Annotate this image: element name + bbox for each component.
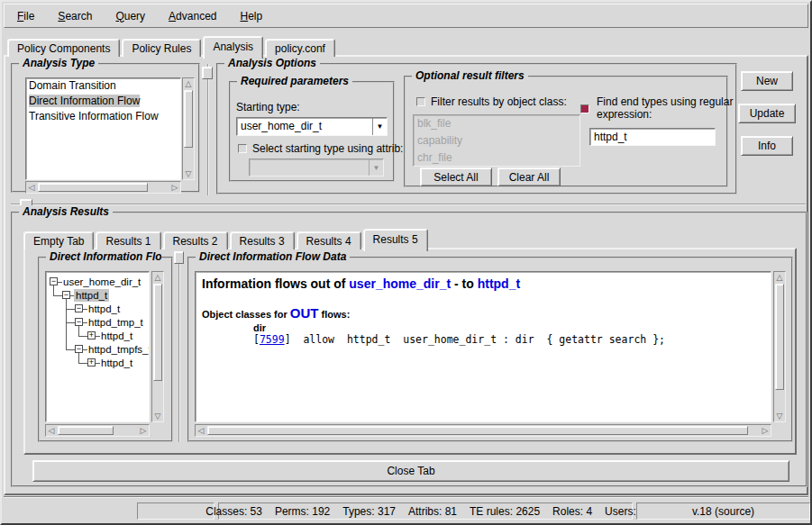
tree-node[interactable]: − user_home_dir_t — [46, 276, 149, 289]
tree-node[interactable]: + httpd_t — [46, 357, 149, 370]
scroll-up-icon[interactable]: △ — [152, 272, 163, 283]
attrib-combobox: ▼ — [249, 158, 384, 177]
list-item[interactable]: Direct Information Flow — [26, 94, 180, 109]
tab-results-1[interactable]: Results 1 — [96, 231, 160, 249]
starting-type-combobox[interactable]: user_home_dir_t ▼ — [236, 117, 388, 136]
starting-type-label: Starting type: — [236, 101, 300, 113]
data-hscrollbar[interactable]: ◁ ▷ — [195, 424, 771, 437]
tree-node[interactable]: − httpd_t — [46, 303, 149, 316]
tree-collapse-icon[interactable]: − — [62, 291, 70, 299]
tree-node[interactable]: − httpd_tmpfs_t — [46, 343, 149, 357]
flow-data-frame: Direct Information Flow Data Information… — [187, 257, 793, 442]
tree-expand-icon[interactable]: + — [87, 358, 96, 367]
tab-analysis[interactable]: Analysis — [203, 36, 263, 59]
tree-collapse-icon[interactable]: − — [75, 318, 83, 326]
menu-bar: File Search Query Advanced Help — [4, 4, 808, 28]
analysis-type-hscrollbar[interactable]: ◁ ▷ — [25, 181, 181, 194]
source-type: user_home_dir_t — [349, 276, 451, 291]
list-item[interactable]: Transitive Information Flow — [26, 109, 180, 124]
scroll-left-icon[interactable]: ◁ — [26, 182, 37, 193]
analysis-options-title: Analysis Options — [224, 57, 320, 69]
select-all-button[interactable]: Select All — [420, 167, 492, 186]
dropdown-arrow-icon: ▼ — [369, 159, 383, 176]
menu-file[interactable]: File — [12, 8, 40, 24]
tree-collapse-icon[interactable]: − — [75, 304, 83, 312]
list-item: blk_file — [414, 115, 579, 132]
flow-data-text[interactable]: Information flows out of user_home_dir_t… — [195, 271, 771, 422]
tree-vscrollbar[interactable]: △ ▽ — [151, 271, 164, 422]
analysis-options-frame: Analysis Options Required parameters Sta… — [216, 63, 737, 195]
object-class-name: dir — [253, 322, 764, 333]
status-cell-empty — [137, 502, 214, 520]
stat-classes: Classes: 53 — [205, 505, 262, 518]
menu-help[interactable]: Help — [234, 8, 268, 24]
info-button[interactable]: Info — [741, 136, 793, 156]
scroll-right-icon[interactable]: ▷ — [760, 425, 771, 436]
tab-results-2[interactable]: Results 2 — [163, 231, 228, 249]
horizontal-sash-line — [11, 204, 806, 205]
dropdown-arrow-icon[interactable]: ▼ — [372, 118, 387, 135]
tab-results-3[interactable]: Results 3 — [230, 231, 295, 249]
analysis-type-frame: Analysis Type Domain Transition Direct I… — [11, 63, 200, 193]
tree-node[interactable]: + httpd_t — [46, 330, 149, 343]
analysis-results-frame: Analysis Results Empty Tab Results 1 Res… — [11, 212, 807, 487]
rule-number-link[interactable]: 7599 — [260, 333, 285, 346]
scrollbar-thumb[interactable] — [775, 284, 784, 390]
status-bar: Classes: 53 Perms: 192 Types: 317 Attrib… — [4, 497, 808, 523]
scroll-right-icon[interactable]: ▷ — [138, 425, 149, 436]
new-button[interactable]: New — [741, 71, 793, 91]
menu-search[interactable]: Search — [52, 8, 97, 24]
scrollbar-thumb[interactable] — [207, 426, 748, 435]
filter-object-class-checkbox[interactable] — [416, 97, 425, 106]
menu-query[interactable]: Query — [110, 8, 151, 24]
scroll-up-icon[interactable]: △ — [183, 78, 194, 89]
tree-expand-icon[interactable]: + — [87, 331, 96, 339]
vertical-sash-handle[interactable] — [202, 67, 213, 79]
results-sash-handle[interactable] — [174, 251, 184, 264]
tab-results-5[interactable]: Results 5 — [363, 229, 428, 251]
scrollbar-thumb[interactable] — [153, 284, 162, 381]
tab-policy-rules[interactable]: Policy Rules — [122, 39, 201, 57]
required-parameters-title: Required parameters — [237, 75, 352, 87]
scroll-down-icon[interactable]: ▽ — [774, 411, 785, 421]
list-item: capability — [414, 132, 579, 149]
analysis-type-list: Domain Transition Direct Information Flo… — [25, 77, 181, 180]
regex-checkbox[interactable] — [580, 104, 589, 113]
tab-policy-conf[interactable]: policy.conf — [265, 39, 335, 57]
scrollbar-thumb[interactable] — [184, 90, 193, 148]
analysis-type-vscrollbar[interactable]: △ ▽ — [182, 77, 195, 180]
scroll-down-icon[interactable]: ▽ — [183, 168, 194, 179]
tree-node[interactable]: − httpd_t — [46, 289, 149, 303]
scroll-right-icon[interactable]: ▷ — [169, 182, 180, 193]
flow-heading: Information flows out of user_home_dir_t… — [202, 276, 764, 291]
scroll-up-icon[interactable]: △ — [774, 272, 785, 283]
starting-type-value: user_home_dir_t — [237, 118, 372, 135]
scroll-down-icon[interactable]: ▽ — [152, 411, 163, 421]
list-item[interactable]: Domain Transition — [26, 78, 180, 94]
clear-all-button[interactable]: Clear All — [497, 167, 561, 186]
tab-empty-tab[interactable]: Empty Tab — [23, 231, 94, 249]
flow-tree-frame: Direct Information Flow T — [38, 257, 173, 442]
regex-label-line2: expression: — [597, 108, 652, 121]
attrib-checkbox[interactable] — [238, 144, 247, 153]
scrollbar-thumb[interactable] — [38, 183, 148, 192]
attrib-value — [250, 159, 369, 176]
tab-policy-components[interactable]: Policy Components — [7, 39, 120, 57]
close-tab-button[interactable]: Close Tab — [32, 460, 789, 482]
tree-collapse-icon[interactable]: − — [50, 277, 58, 285]
data-vscrollbar[interactable]: △ ▽ — [773, 271, 786, 422]
menu-advanced[interactable]: Advanced — [163, 8, 222, 24]
tree-node[interactable]: − httpd_tmp_t — [46, 316, 149, 330]
apol-window: File Search Query Advanced Help Policy C… — [0, 0, 812, 525]
flow-tree: − user_home_dir_t − httpd_t − httpd_t — [45, 271, 150, 422]
scroll-left-icon[interactable]: ◁ — [46, 425, 57, 436]
tree-collapse-icon[interactable]: − — [75, 345, 83, 353]
scrollbar-thumb[interactable] — [58, 426, 114, 435]
scroll-left-icon[interactable]: ◁ — [196, 425, 206, 436]
tree-hscrollbar[interactable]: ◁ ▷ — [45, 424, 150, 437]
stat-types: Types: 317 — [342, 505, 396, 518]
status-policy-stats: Classes: 53 Perms: 192 Types: 317 Attrib… — [218, 502, 633, 520]
regex-input[interactable] — [589, 128, 716, 146]
update-button[interactable]: Update — [738, 104, 796, 123]
tab-results-4[interactable]: Results 4 — [297, 231, 361, 249]
